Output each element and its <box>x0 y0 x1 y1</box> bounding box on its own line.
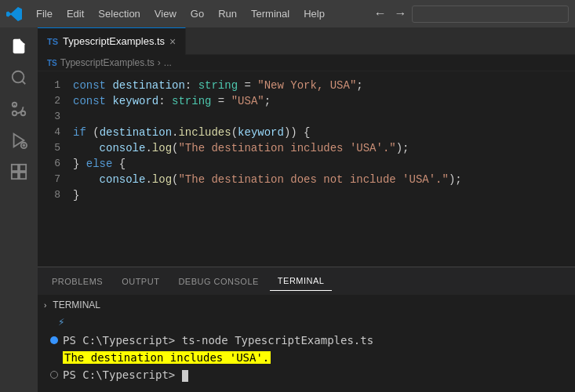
terminal-output: The destination includes 'USA'. <box>63 349 562 366</box>
menu-go[interactable]: Go <box>184 5 210 22</box>
code-line-5: 5 console.log("The destination includes … <box>38 140 575 156</box>
terminal-cmd2-text: PS C:\Typescript> <box>63 366 188 383</box>
menu-run[interactable]: Run <box>212 5 243 22</box>
panel-tabs: PROBLEMS OUTPUT DEBUG CONSOLE TERMINAL <box>38 267 575 295</box>
code-line-7: 7 console.log("The destination does not … <box>38 172 575 187</box>
line-content-6: } else { <box>73 156 126 172</box>
line-content-5: console.log("The destination includes 'U… <box>73 140 409 156</box>
search-box[interactable] <box>412 5 569 23</box>
svg-rect-11 <box>12 172 18 179</box>
line-num-4: 4 <box>38 125 73 140</box>
breadcrumb: TS TypescriptExamples.ts › ... <box>38 55 575 71</box>
vscode-icon <box>6 6 22 22</box>
svg-point-0 <box>13 71 24 83</box>
line-content-2: const keyword: string = "USA"; <box>73 93 271 109</box>
menu-selection[interactable]: Selection <box>92 5 146 22</box>
svg-rect-12 <box>20 172 26 179</box>
activity-search[interactable] <box>6 65 31 90</box>
code-line-2: 2 const keyword: string = "USA"; <box>38 93 575 109</box>
terminal-cursor <box>182 370 188 382</box>
svg-line-1 <box>22 81 25 84</box>
svg-point-4 <box>13 111 17 116</box>
line-num-1: 1 <box>38 78 73 93</box>
breadcrumb-more[interactable]: ... <box>164 57 172 68</box>
line-content-7: console.log("The destination does not in… <box>73 172 462 187</box>
code-line-8: 8 } <box>38 187 575 203</box>
panel-tab-problems[interactable]: PROBLEMS <box>44 272 111 291</box>
menu-view[interactable]: View <box>148 5 183 22</box>
activity-explorer[interactable] <box>6 34 31 59</box>
terminal-header: › TERMINAL <box>38 298 575 312</box>
menu-nav: ← → <box>372 5 569 23</box>
line-content-1: const destination: string = "New York, U… <box>73 78 363 93</box>
line-num-8: 8 <box>38 187 73 203</box>
terminal-cmd1-text: PS C:\Typescript> ts-node TypescriptExam… <box>63 332 373 349</box>
tab-filename: TypescriptExamples.ts <box>63 35 165 47</box>
breadcrumb-badge: TS <box>47 59 57 67</box>
editor-tab[interactable]: TS TypescriptExamples.ts × <box>38 27 186 55</box>
line-num-7: 7 <box>38 172 73 187</box>
tab-ts-badge: TS <box>47 37 58 46</box>
panel-tab-debug[interactable]: DEBUG CONSOLE <box>170 272 266 291</box>
nav-forward[interactable]: → <box>391 5 409 23</box>
terminal-dot-empty <box>50 371 58 379</box>
terminal-dot-blue <box>50 336 58 344</box>
breadcrumb-separator: › <box>158 57 161 68</box>
line-content-8: } <box>73 187 79 203</box>
menu-bar: File Edit Selection View Go Run Terminal… <box>0 0 575 27</box>
svg-rect-10 <box>20 165 26 171</box>
line-num-2: 2 <box>38 93 73 109</box>
breadcrumb-filename[interactable]: TypescriptExamples.ts <box>60 57 155 68</box>
terminal-body: ⚡ PS C:\Typescript> ts-node TypescriptEx… <box>38 312 575 387</box>
line-num-6: 6 <box>38 156 73 172</box>
activity-run[interactable] <box>6 128 31 153</box>
code-line-4: 4 if (destination.includes(keyword)) { <box>38 125 575 140</box>
main-layout: TS TypescriptExamples.ts × TS Typescript… <box>0 27 575 392</box>
code-line-1: 1 const destination: string = "New York,… <box>38 78 575 93</box>
activity-git[interactable] <box>6 96 31 122</box>
tab-close-button[interactable]: × <box>169 35 176 48</box>
panel-tab-terminal[interactable]: TERMINAL <box>270 271 333 291</box>
panel-tab-output[interactable]: OUTPUT <box>114 272 167 291</box>
menu-items: File Edit Selection View Go Run Terminal… <box>30 5 331 22</box>
terminal-highlight: The destination includes 'USA'. <box>63 351 271 364</box>
line-content-3 <box>73 109 79 125</box>
line-content-4: if (destination.includes(keyword)) { <box>73 125 311 140</box>
activity-extensions[interactable] <box>6 159 31 184</box>
power-icon: ⚡ <box>52 314 71 330</box>
panel-area: PROBLEMS OUTPUT DEBUG CONSOLE TERMINAL ›… <box>38 267 575 392</box>
menu-terminal[interactable]: Terminal <box>245 5 296 22</box>
tab-bar: TS TypescriptExamples.ts × <box>38 27 575 55</box>
line-num-3: 3 <box>38 109 73 125</box>
terminal-chevron-icon: › <box>44 301 46 310</box>
svg-marker-5 <box>14 134 24 147</box>
terminal-section-label: TERMINAL <box>53 299 100 310</box>
nav-back[interactable]: ← <box>372 5 389 23</box>
code-line-6: 6 } else { <box>38 156 575 172</box>
activity-bar <box>0 27 38 392</box>
terminal-cmd1: PS C:\Typescript> ts-node TypescriptExam… <box>50 332 562 349</box>
code-editor[interactable]: 1 const destination: string = "New York,… <box>38 71 575 267</box>
svg-rect-9 <box>12 165 18 171</box>
terminal-cmd2: PS C:\Typescript> <box>50 366 562 383</box>
line-num-5: 5 <box>38 140 73 156</box>
terminal-output-text: The destination includes 'USA'. <box>63 349 271 366</box>
menu-help[interactable]: Help <box>297 5 331 22</box>
menu-file[interactable]: File <box>30 5 59 22</box>
editor-area: TS TypescriptExamples.ts × TS Typescript… <box>38 27 575 392</box>
terminal-content[interactable]: › TERMINAL ⚡ PS C:\Typescript> ts-node T… <box>38 295 575 392</box>
code-line-3: 3 <box>38 109 575 125</box>
menu-edit[interactable]: Edit <box>60 5 90 22</box>
